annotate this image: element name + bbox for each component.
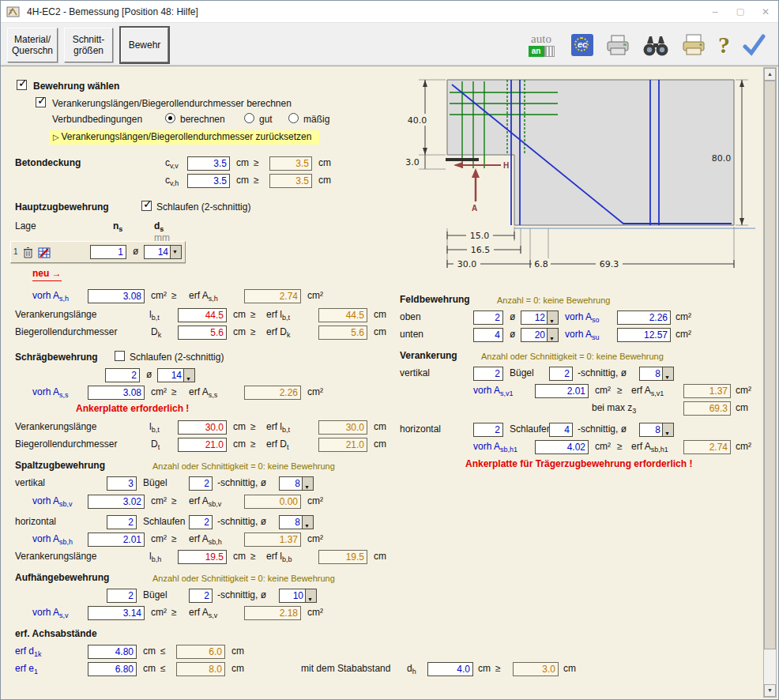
verankerung-h-dia-dropdown[interactable]: 8: [639, 423, 674, 437]
verankerung-v-dia-dropdown[interactable]: 8: [639, 367, 674, 381]
bewehrung-button[interactable]: Bewehr: [121, 28, 168, 62]
reset-verankerung-button[interactable]: Verankerungslängen/Biegerollendurchmesse…: [50, 130, 319, 145]
erf-asv1-label: erf As,v1: [631, 384, 664, 401]
material-querschnitt-button[interactable]: Material/Querschn: [7, 28, 58, 62]
vorh-asu-input[interactable]: [617, 328, 671, 342]
scroll-up-button[interactable]: [764, 68, 776, 81]
vorh-asbh1-input[interactable]: [535, 440, 589, 454]
feld-unten-dia-dropdown[interactable]: 20: [521, 328, 559, 342]
close-button[interactable]: [753, 1, 778, 22]
vorh-asbh-input[interactable]: [88, 533, 145, 547]
spaltzug-h-schnitt-input[interactable]: [189, 515, 213, 529]
aufhaenge-vorh-row: vorh As,v cm² ≥ erf As,v 2.18 cm²: [1, 606, 759, 621]
erf-e1-input[interactable]: [88, 662, 137, 676]
chevron-down-icon[interactable]: [170, 246, 181, 258]
erf-asbh-label: erf Asb,h: [189, 533, 222, 549]
ns-input[interactable]: [90, 245, 126, 259]
binoculars-icon: [642, 34, 669, 57]
dim-68-label: 6.8: [534, 259, 548, 269]
verbundbedingungen-label: Verbundbedingungen: [52, 113, 142, 126]
verankerung-vorh-h-row: vorh Asb,h1 cm² ≥ erf Asb,h1 2.74 cm²: [1, 440, 759, 455]
cvh-symbol: cv,h: [165, 174, 179, 190]
vorh-asv-input[interactable]: [88, 606, 145, 620]
copier-icon: [605, 33, 630, 57]
cvv-input[interactable]: [187, 156, 230, 171]
aufhaenge-count-input[interactable]: [107, 589, 137, 603]
radio-berechnen-label[interactable]: berechnen: [180, 113, 225, 126]
verankerung-v-schnitt-input[interactable]: [549, 367, 573, 381]
help-button[interactable]: ?: [718, 33, 730, 57]
radio-berechnen[interactable]: [165, 113, 175, 123]
chevron-down-icon[interactable]: [547, 329, 558, 341]
chevron-down-icon[interactable]: [662, 367, 673, 380]
cvh-input[interactable]: [187, 174, 230, 188]
spaltzug-h-count-input[interactable]: [107, 515, 137, 529]
vorh-asv1-input[interactable]: [535, 384, 589, 398]
radio-gut[interactable]: [244, 113, 254, 123]
auto-toggle[interactable]: auto an: [523, 33, 559, 57]
search-button[interactable]: [642, 34, 669, 57]
chevron-down-icon[interactable]: [662, 423, 673, 436]
radio-gut-label[interactable]: gut: [259, 113, 273, 126]
bewehrung-waehlen-checkbox[interactable]: [17, 80, 27, 90]
chevron-down-icon[interactable]: [302, 516, 313, 529]
spaltzug-v-schnitt-input[interactable]: [189, 476, 213, 491]
aufhaenge-schnitt-input[interactable]: [189, 589, 213, 603]
lbh-symbol: lb,h: [149, 550, 161, 566]
aufhaenge-dia-dropdown[interactable]: 10: [279, 589, 317, 603]
main-panel: Bewehrung wählen Verankerungslängen/Bieg…: [1, 67, 778, 699]
verankerung-h-count-input[interactable]: [473, 423, 503, 437]
verankerung-berechnen-label[interactable]: Verankerungslängen/Biegerollendurchmesse…: [52, 97, 292, 111]
window-title: 4H-EC2 - Bemessung [Position 48: Hilfe]: [27, 6, 198, 17]
erf-asbv-value: 0.00: [244, 495, 301, 509]
vertical-scrollbar[interactable]: [763, 67, 777, 698]
ds-dropdown[interactable]: 14: [144, 245, 182, 259]
verankerung-h-schnitt-input[interactable]: [549, 423, 573, 437]
copy-document-button[interactable]: [605, 33, 630, 57]
chevron-down-icon[interactable]: [302, 477, 313, 490]
radio-maessig-label[interactable]: mäßig: [303, 113, 329, 126]
confirm-button[interactable]: [742, 33, 766, 57]
feld-oben-dia-dropdown[interactable]: 12: [521, 310, 559, 325]
horizontal-label: horizontal: [400, 423, 441, 436]
buegel-label: Bügel: [510, 367, 534, 380]
schnittgroessen-button[interactable]: Schnitt-größen: [64, 28, 113, 62]
hauptzug-schlaufen-label[interactable]: Schlaufen (2-schnittig): [156, 201, 250, 214]
spaltzug-vorh-v-row: vorh Asb,v cm² ≥ erf Asb,v 0.00 cm²: [1, 495, 759, 510]
maxz-value: 69.3: [683, 401, 731, 416]
spaltzug-v-count-input[interactable]: [107, 476, 137, 491]
erf-d1k-label: erf d1k: [15, 645, 42, 661]
spaltzug-h-dia-dropdown[interactable]: 8: [279, 515, 314, 529]
spaltzug-v-dia-dropdown[interactable]: 8: [279, 476, 314, 491]
eurocode-button[interactable]: ec: [571, 34, 593, 56]
vorh-aso-input[interactable]: [617, 310, 671, 325]
verankerung-berechnen-checkbox[interactable]: [36, 97, 46, 107]
verankerung-maxz-row: bei max z3 69.3 cm: [1, 401, 759, 416]
feld-hint: Anzahl = 0: keine Bewehrung: [497, 293, 610, 307]
hauptzug-title: Hauptzugbewehrung: [15, 201, 109, 214]
scrollbar-thumb[interactable]: [764, 81, 776, 649]
hauptzug-schlaufen-checkbox[interactable]: [141, 201, 152, 211]
vorh-asv-label: vorh As,v: [32, 606, 69, 623]
lbh-input[interactable]: [178, 550, 227, 564]
print-button[interactable]: [681, 33, 706, 57]
vorh-asu-label: vorh Asu: [565, 328, 600, 344]
chevron-down-icon[interactable]: [305, 589, 316, 602]
vorh-asbv-input[interactable]: [88, 495, 145, 509]
minimize-button[interactable]: [702, 1, 728, 22]
erf-d1k-input[interactable]: [88, 645, 137, 659]
add-layer-button[interactable]: neu: [32, 267, 62, 281]
radio-maessig[interactable]: [288, 113, 299, 123]
chevron-down-icon[interactable]: [547, 311, 558, 324]
verankerung-v-count-input[interactable]: [473, 367, 503, 381]
scroll-down-button[interactable]: [764, 684, 776, 697]
row-number: 1: [13, 247, 18, 256]
dh-input[interactable]: [427, 662, 473, 676]
feld-unten-count-input[interactable]: [473, 328, 503, 342]
bewehrung-waehlen-label[interactable]: Bewehrung wählen: [33, 80, 119, 93]
copy-row-button[interactable]: [38, 247, 51, 261]
maximize-button[interactable]: [728, 1, 753, 22]
feld-oben-count-input[interactable]: [473, 310, 503, 325]
delete-row-button[interactable]: [23, 247, 33, 261]
dh-min-value: 3.0: [513, 662, 559, 676]
